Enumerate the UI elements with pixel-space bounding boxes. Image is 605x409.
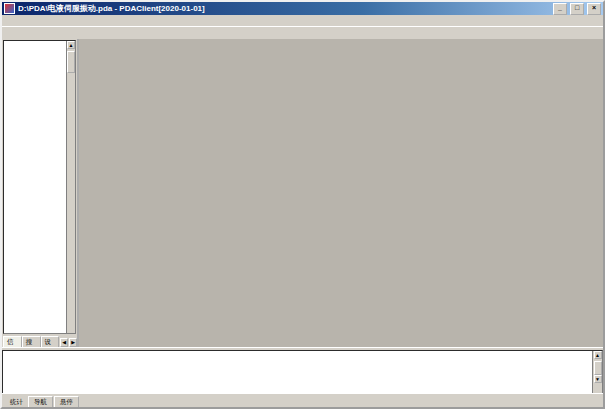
scroll-up-icon[interactable]: ▲ (67, 41, 75, 49)
table-scroll-up-icon[interactable]: ▲ (594, 351, 602, 359)
menu-bar (2, 15, 603, 26)
signal-tree-panel: ▲ 信号 搜索 设备 ◀ ▶ (2, 39, 79, 347)
tree-vertical-scrollbar[interactable]: ▲ (66, 41, 75, 333)
minimize-button[interactable]: _ (553, 3, 567, 15)
plot-column-right (342, 39, 603, 347)
main-area: ▲ 信号 搜索 设备 ◀ ▶ (2, 39, 603, 347)
tab-hover[interactable]: 悬停 (54, 396, 79, 407)
tab-signals[interactable]: 信号 (3, 336, 22, 347)
table-scroll-thumb[interactable] (594, 361, 602, 375)
plot-area (79, 39, 603, 347)
app-icon (4, 3, 15, 14)
table-scroll-down-icon[interactable]: ▼ (594, 375, 602, 383)
bottom-tab-bar: 统计 导航 悬停 (2, 393, 603, 407)
tab-devices[interactable]: 设备 (41, 336, 60, 347)
close-button[interactable]: × (587, 3, 601, 15)
tab-scroll-left-icon[interactable]: ◀ (60, 338, 68, 347)
table-vertical-scrollbar[interactable]: ▲ ▼ (592, 351, 602, 397)
statistics-table (3, 351, 592, 397)
signal-tree-rows (4, 41, 66, 333)
maximize-button[interactable]: □ (570, 3, 584, 15)
tab-navigate[interactable]: 导航 (28, 396, 53, 407)
tree-tab-bar: 信号 搜索 设备 ◀ ▶ (2, 335, 77, 347)
app-window: D:\PDA\电液伺服振动.pda - PDAClient[2020-01-01… (0, 0, 605, 409)
title-bar[interactable]: D:\PDA\电液伺服振动.pda - PDAClient[2020-01-01… (2, 2, 603, 15)
plot-column-left (79, 39, 342, 347)
tab-scroll-right-icon[interactable]: ▶ (69, 338, 77, 347)
window-title: D:\PDA\电液伺服振动.pda - PDAClient[2020-01-01… (18, 3, 550, 14)
statistics-table-panel: ▲ ▼ (2, 350, 603, 398)
signal-tree: ▲ (3, 40, 76, 334)
stats-panel-label: 统计 (5, 396, 28, 407)
scroll-thumb[interactable] (67, 51, 75, 73)
tab-search[interactable]: 搜索 (22, 336, 41, 347)
